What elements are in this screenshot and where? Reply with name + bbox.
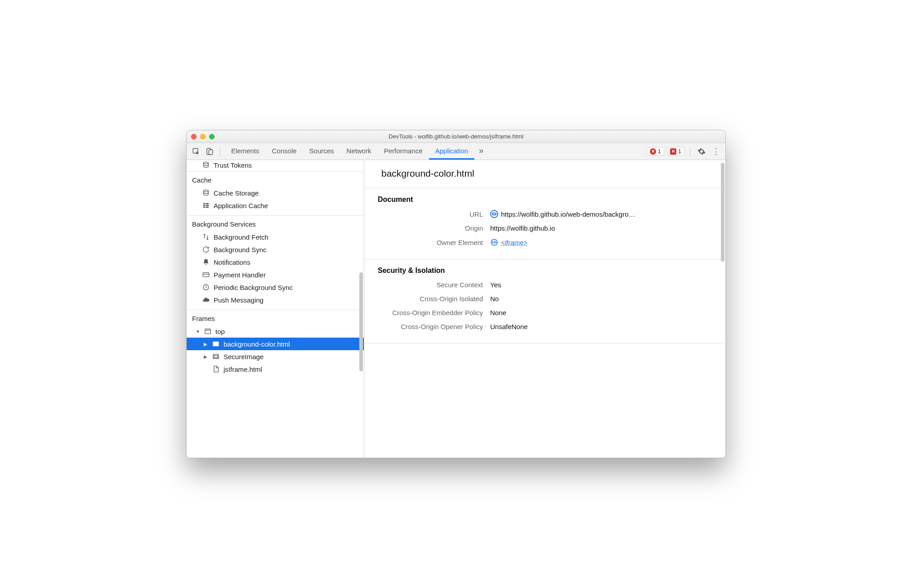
sidebar-group-frames: Frames [187, 310, 364, 325]
tab-console[interactable]: Console [266, 143, 303, 160]
panel-tabs: Elements Console Sources Network Perform… [225, 143, 488, 160]
sync-icon [202, 245, 210, 254]
sidebar-item-background-fetch[interactable]: Background Fetch [187, 231, 364, 243]
devtools-window: DevTools - wolfib.github.io/web-demos/js… [186, 130, 726, 458]
close-window-icon[interactable] [191, 134, 197, 139]
svg-rect-9 [203, 207, 206, 208]
section-heading-document: Document [378, 196, 712, 204]
section-heading-security: Security & Isolation [378, 267, 712, 275]
row-coop: Cross-Origin Opener Policy UnsafeNone [378, 323, 712, 330]
svg-rect-15 [214, 343, 218, 345]
application-sidebar[interactable]: Trust Tokens Cache Cache Storage Applica… [187, 160, 364, 458]
tabs-overflow-icon[interactable]: » [474, 143, 488, 160]
separator [690, 147, 690, 156]
titlebar: DevTools - wolfib.github.io/web-demos/js… [187, 130, 725, 143]
minimize-window-icon[interactable] [200, 134, 206, 139]
chevron-right-icon: ▶ [204, 342, 208, 347]
devtools-toolbar: Elements Console Sources Network Perform… [187, 143, 725, 160]
sidebar-item-background-sync[interactable]: Background Sync [187, 243, 364, 256]
tab-performance[interactable]: Performance [378, 143, 429, 160]
window-controls [191, 134, 215, 139]
owner-element-link[interactable]: <iframe> [501, 239, 528, 246]
issue-icon: ✕ [670, 148, 676, 155]
svg-rect-5 [203, 203, 206, 205]
svg-rect-17 [214, 356, 218, 358]
tab-elements[interactable]: Elements [225, 143, 266, 160]
zoom-window-icon[interactable] [209, 134, 215, 139]
frame-jsiframe[interactable]: jsIframe.html [187, 363, 364, 375]
frame-detail-pane[interactable]: background-color.html Document URL https… [364, 160, 725, 458]
clock-icon [202, 283, 210, 291]
svg-rect-10 [206, 207, 209, 208]
window-title: DevTools - wolfib.github.io/web-demos/js… [187, 133, 725, 140]
page-title: background-color.html [364, 160, 725, 188]
bell-icon [202, 258, 210, 266]
cloud-icon [202, 296, 210, 304]
sidebar-group-cache: Cache [187, 172, 364, 187]
row-origin: Origin https://wolfib.github.io [378, 224, 712, 232]
tab-sources[interactable]: Sources [303, 143, 340, 160]
iframe-icon [212, 352, 220, 361]
svg-rect-7 [203, 205, 206, 206]
svg-rect-11 [203, 272, 209, 276]
window-icon [204, 327, 212, 335]
inspect-element-icon[interactable] [190, 146, 202, 157]
tab-application[interactable]: Application [429, 143, 474, 160]
svg-point-3 [204, 162, 209, 164]
document-icon [212, 365, 220, 373]
frame-background-color[interactable]: ▶ background-color.html [187, 338, 364, 350]
transfer-icon [202, 233, 210, 241]
url-value: https://wolfib.github.io/web-demos/backg… [501, 210, 635, 218]
frame-top[interactable]: ▼ top [187, 325, 364, 338]
row-secure-context: Secure Context Yes [378, 281, 712, 289]
document-section: Document URL https://wolfib.github.io/we… [364, 188, 725, 259]
svg-rect-6 [206, 203, 209, 205]
row-coep: Cross-Origin Embedder Policy None [378, 309, 712, 316]
credit-card-icon [202, 271, 210, 279]
sidebar-item-notifications[interactable]: Notifications [187, 256, 364, 268]
svg-rect-18 [492, 213, 496, 215]
error-icon: ✕ [650, 148, 656, 155]
sidebar-item-cache-storage[interactable]: Cache Storage [187, 187, 364, 199]
more-menu-icon[interactable]: ⋮ [710, 146, 722, 157]
tab-network[interactable]: Network [340, 143, 378, 160]
row-url: URL https://wolfib.github.io/web-demos/b… [378, 210, 712, 218]
sidebar-scrollbar[interactable] [359, 272, 363, 371]
svg-rect-13 [205, 329, 210, 334]
svg-rect-8 [206, 205, 209, 206]
frame-secureimage[interactable]: ▶ SecureImage [187, 350, 364, 363]
svg-rect-2 [209, 150, 213, 155]
grid-icon [202, 201, 210, 209]
sidebar-item-application-cache[interactable]: Application Cache [187, 199, 364, 212]
separator [220, 147, 220, 156]
sidebar-item-push-messaging[interactable]: Push Messaging [187, 294, 364, 306]
chevron-right-icon: ▶ [204, 354, 208, 359]
sidebar-item-periodic-sync[interactable]: Periodic Background Sync [187, 281, 364, 294]
issue-count-chip[interactable]: ✕ 1 [667, 147, 684, 156]
security-section: Security & Isolation Secure Context Yes … [364, 259, 725, 343]
iframe-icon [212, 340, 220, 348]
sidebar-item-payment-handler[interactable]: Payment Handler [187, 268, 364, 281]
link-pill-icon[interactable] [490, 210, 498, 218]
pane-scrollbar[interactable] [721, 163, 724, 262]
sidebar-group-background-services: Background Services [187, 216, 364, 231]
svg-point-4 [204, 190, 209, 192]
sidebar-item-trust-tokens[interactable]: Trust Tokens [187, 160, 364, 171]
row-coi: Cross-Origin Isolated No [378, 295, 712, 303]
settings-icon[interactable] [696, 146, 707, 157]
database-icon [202, 161, 210, 169]
content-area: Trust Tokens Cache Cache Storage Applica… [187, 160, 725, 458]
device-toggle-icon[interactable] [204, 146, 215, 157]
error-count-chip[interactable]: ✕ 1 [647, 147, 664, 156]
chevron-down-icon: ▼ [196, 329, 200, 334]
row-owner-element: Owner Element <iframe> [378, 238, 712, 246]
database-icon [202, 189, 210, 197]
code-icon [490, 238, 498, 246]
origin-value: https://wolfib.github.io [490, 224, 555, 232]
